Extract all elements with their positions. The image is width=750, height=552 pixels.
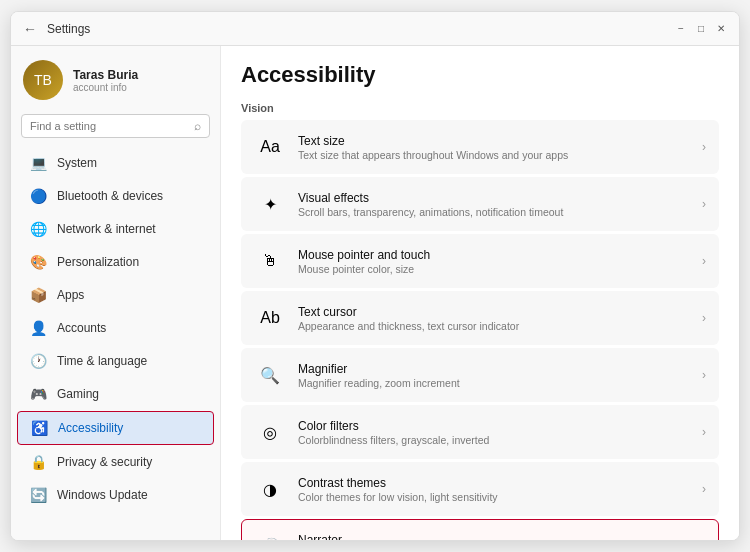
chevron-icon-contrast-themes: › (702, 482, 706, 496)
apps-icon: 📦 (29, 286, 47, 304)
setting-text-color-filters: Color filters Colorblindness filters, gr… (298, 419, 694, 446)
sidebar-item-personalization[interactable]: 🎨 Personalization (17, 246, 214, 278)
sidebar-item-label: Windows Update (57, 488, 148, 502)
user-email: account info (73, 82, 138, 93)
search-icon: ⌕ (194, 119, 201, 133)
setting-desc-magnifier: Magnifier reading, zoom increment (298, 377, 694, 389)
chevron-icon-color-filters: › (702, 425, 706, 439)
setting-item-visual-effects[interactable]: ✦ Visual effects Scroll bars, transparen… (241, 177, 719, 231)
setting-name-text-size: Text size (298, 134, 694, 148)
main-layout: TB Taras Buria account info ⌕ 💻 System 🔵… (11, 46, 739, 540)
setting-text-mouse-pointer: Mouse pointer and touch Mouse pointer co… (298, 248, 694, 275)
sidebar-item-gaming[interactable]: 🎮 Gaming (17, 378, 214, 410)
setting-item-mouse-pointer[interactable]: 🖱 Mouse pointer and touch Mouse pointer … (241, 234, 719, 288)
chevron-icon-narrator: › (702, 539, 706, 540)
mouse-pointer-icon: 🖱 (254, 245, 286, 277)
setting-desc-mouse-pointer: Mouse pointer color, size (298, 263, 694, 275)
sidebar-item-label: System (57, 156, 97, 170)
system-icon: 💻 (29, 154, 47, 172)
sidebar: TB Taras Buria account info ⌕ 💻 System 🔵… (11, 46, 221, 540)
sidebar-item-label: Network & internet (57, 222, 156, 236)
minimize-button[interactable]: − (675, 23, 687, 35)
sidebar-item-privacy[interactable]: 🔒 Privacy & security (17, 446, 214, 478)
network-icon: 🌐 (29, 220, 47, 238)
sidebar-item-time[interactable]: 🕐 Time & language (17, 345, 214, 377)
setting-desc-color-filters: Colorblindness filters, grayscale, inver… (298, 434, 694, 446)
time-icon: 🕐 (29, 352, 47, 370)
setting-text-text-size: Text size Text size that appears through… (298, 134, 694, 161)
setting-name-color-filters: Color filters (298, 419, 694, 433)
sidebar-item-label: Accounts (57, 321, 106, 335)
setting-item-color-filters[interactable]: ◎ Color filters Colorblindness filters, … (241, 405, 719, 459)
search-box[interactable]: ⌕ (21, 114, 210, 138)
magnifier-icon: 🔍 (254, 359, 286, 391)
sidebar-item-accessibility[interactable]: ♿ Accessibility (17, 411, 214, 445)
privacy-icon: 🔒 (29, 453, 47, 471)
setting-item-text-cursor[interactable]: Ab Text cursor Appearance and thickness,… (241, 291, 719, 345)
sidebar-item-accounts[interactable]: 👤 Accounts (17, 312, 214, 344)
chevron-icon-text-cursor: › (702, 311, 706, 325)
setting-desc-text-cursor: Appearance and thickness, text cursor in… (298, 320, 694, 332)
sidebar-item-label: Personalization (57, 255, 139, 269)
setting-name-narrator: Narrator (298, 533, 694, 541)
chevron-icon-visual-effects: › (702, 197, 706, 211)
content-area: Accessibility Vision Aa Text size Text s… (221, 46, 739, 540)
window-title: Settings (47, 22, 90, 36)
setting-item-contrast-themes[interactable]: ◑ Contrast themes Color themes for low v… (241, 462, 719, 516)
sidebar-item-network[interactable]: 🌐 Network & internet (17, 213, 214, 245)
sidebar-item-system[interactable]: 💻 System (17, 147, 214, 179)
setting-name-visual-effects: Visual effects (298, 191, 694, 205)
setting-desc-text-size: Text size that appears throughout Window… (298, 149, 694, 161)
setting-desc-contrast-themes: Color themes for low vision, light sensi… (298, 491, 694, 503)
setting-name-text-cursor: Text cursor (298, 305, 694, 319)
sidebar-item-label: Privacy & security (57, 455, 152, 469)
narrator-icon: 🔊 (254, 530, 286, 540)
contrast-themes-icon: ◑ (254, 473, 286, 505)
chevron-icon-mouse-pointer: › (702, 254, 706, 268)
maximize-button[interactable]: □ (695, 23, 707, 35)
accessibility-icon: ♿ (30, 419, 48, 437)
color-filters-icon: ◎ (254, 416, 286, 448)
sections-container: Vision Aa Text size Text size that appea… (241, 102, 719, 540)
back-button[interactable]: ← (23, 21, 37, 37)
user-name: Taras Buria (73, 68, 138, 82)
settings-window: ← Settings − □ ✕ TB Taras Buria account … (10, 11, 740, 541)
user-info: Taras Buria account info (73, 68, 138, 93)
setting-text-contrast-themes: Contrast themes Color themes for low vis… (298, 476, 694, 503)
titlebar: ← Settings − □ ✕ (11, 12, 739, 46)
sidebar-item-label: Bluetooth & devices (57, 189, 163, 203)
sidebar-item-label: Gaming (57, 387, 99, 401)
setting-text-narrator: Narrator Voice, verbosity, keyboard, bra… (298, 533, 694, 541)
accounts-icon: 👤 (29, 319, 47, 337)
sidebar-item-label: Apps (57, 288, 84, 302)
sidebar-item-label: Time & language (57, 354, 147, 368)
chevron-icon-text-size: › (702, 140, 706, 154)
search-input[interactable] (30, 120, 188, 132)
setting-item-text-size[interactable]: Aa Text size Text size that appears thro… (241, 120, 719, 174)
setting-text-visual-effects: Visual effects Scroll bars, transparency… (298, 191, 694, 218)
text-cursor-icon: Ab (254, 302, 286, 334)
gaming-icon: 🎮 (29, 385, 47, 403)
user-profile: TB Taras Buria account info (11, 46, 220, 110)
setting-text-magnifier: Magnifier Magnifier reading, zoom increm… (298, 362, 694, 389)
window-controls: − □ ✕ (675, 23, 727, 35)
setting-name-mouse-pointer: Mouse pointer and touch (298, 248, 694, 262)
sidebar-item-apps[interactable]: 📦 Apps (17, 279, 214, 311)
sidebar-item-windowsupdate[interactable]: 🔄 Windows Update (17, 479, 214, 511)
section-label-vision: Vision (241, 102, 719, 114)
close-button[interactable]: ✕ (715, 23, 727, 35)
sidebar-item-bluetooth[interactable]: 🔵 Bluetooth & devices (17, 180, 214, 212)
avatar: TB (23, 60, 63, 100)
text-size-icon: Aa (254, 131, 286, 163)
setting-item-magnifier[interactable]: 🔍 Magnifier Magnifier reading, zoom incr… (241, 348, 719, 402)
setting-desc-visual-effects: Scroll bars, transparency, animations, n… (298, 206, 694, 218)
bluetooth-icon: 🔵 (29, 187, 47, 205)
setting-name-magnifier: Magnifier (298, 362, 694, 376)
setting-name-contrast-themes: Contrast themes (298, 476, 694, 490)
personalization-icon: 🎨 (29, 253, 47, 271)
setting-text-text-cursor: Text cursor Appearance and thickness, te… (298, 305, 694, 332)
sidebar-nav: 💻 System 🔵 Bluetooth & devices 🌐 Network… (11, 146, 220, 512)
setting-item-narrator[interactable]: 🔊 Narrator Voice, verbosity, keyboard, b… (241, 519, 719, 540)
sidebar-item-label: Accessibility (58, 421, 123, 435)
chevron-icon-magnifier: › (702, 368, 706, 382)
